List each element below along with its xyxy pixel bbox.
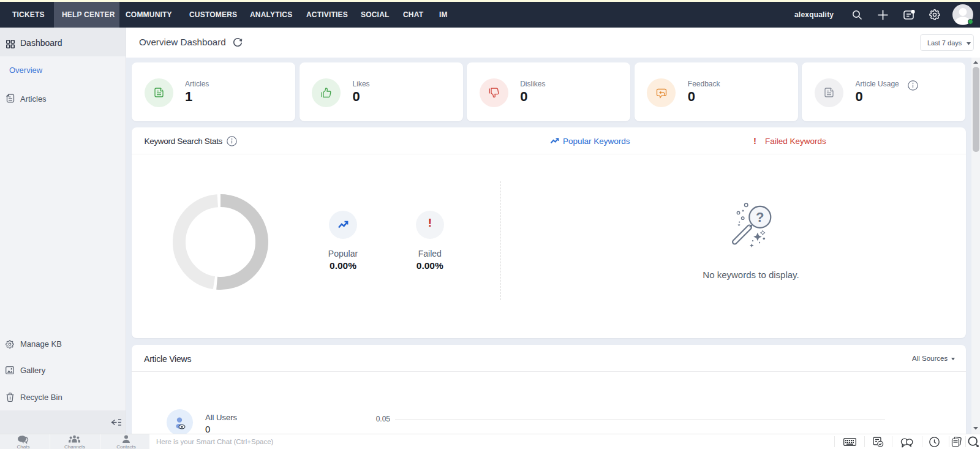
- svg-text:?: ?: [756, 209, 764, 225]
